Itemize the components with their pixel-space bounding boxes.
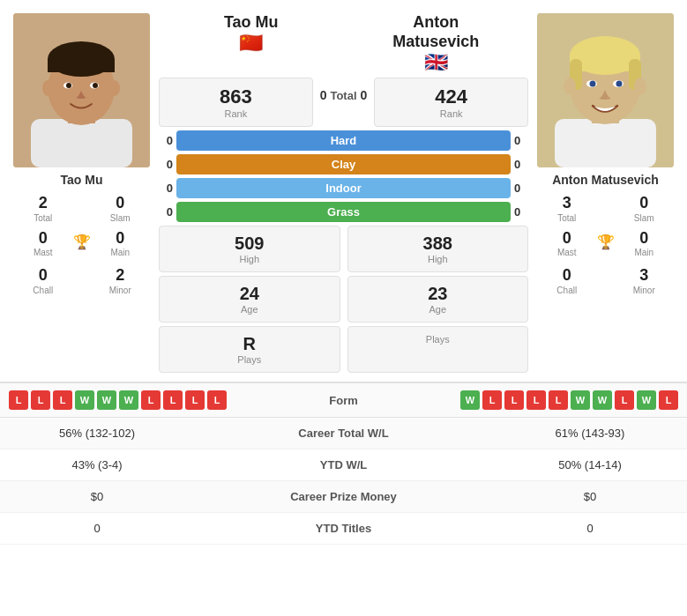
right-form-3: L (526, 390, 546, 410)
left-form-9: L (207, 390, 227, 410)
surface-grass-row: 0 Grass 0 (159, 202, 528, 222)
right-form-8: W (637, 390, 656, 410)
svg-point-10 (42, 80, 53, 96)
indoor-badge: Indoor (176, 178, 511, 198)
surface-rows: 0 Hard 0 0 Clay 0 0 Indoor 0 (159, 130, 528, 222)
left-form-4: W (97, 390, 116, 410)
left-rank-box: 863 Rank (159, 78, 313, 127)
form-section: L L L W W W L L L L Form W L L L L W W (0, 382, 687, 417)
svg-point-25 (634, 78, 646, 95)
svg-rect-13 (555, 119, 656, 167)
right-trophy-area: 🏆 (537, 234, 674, 250)
surface-hard-row: 0 Hard 0 (159, 130, 528, 151)
right-rank-box: 424 Rank (374, 78, 528, 127)
clay-badge: Clay (176, 154, 511, 174)
left-flag: 🇨🇳 (159, 32, 344, 55)
prize-row: $0 Career Prize Money $0 (0, 481, 687, 513)
player-photo-left (13, 13, 150, 167)
main-container: Tao Mu 2 Total 0 Slam 0 Mast 0 Mai (0, 0, 687, 545)
left-form-5: W (119, 390, 138, 410)
svg-point-8 (66, 83, 71, 88)
grass-badge: Grass (176, 202, 511, 222)
svg-rect-1 (31, 119, 132, 167)
player-right: Anton Matusevich 3 Total 0 Slam 0 Mast 0… (533, 0, 687, 296)
stats-rows: 56% (132-102) Career Total W/L 61% (143-… (0, 417, 687, 545)
svg-point-22 (590, 81, 596, 87)
career-wl-row: 56% (132-102) Career Total W/L 61% (143-… (0, 418, 687, 449)
right-total-stat: 3 Total (537, 194, 597, 224)
left-age-box: 24 Age (159, 276, 340, 323)
left-form-2: L (53, 390, 72, 410)
right-form-9: L (659, 390, 678, 410)
trophy-icon-left: 🏆 (73, 234, 91, 250)
right-form-badges: W L L L L W W L W L (460, 390, 678, 410)
total-scores: 0 Total 0 (320, 78, 368, 102)
right-slam-stat: 0 Slam (615, 194, 675, 224)
ytd-wl-row: 43% (3-4) YTD W/L 50% (14-14) (0, 449, 687, 481)
right-age-box: 23 Age (347, 276, 529, 323)
right-flag: 🇬🇧 (344, 51, 529, 74)
svg-point-11 (109, 80, 120, 96)
svg-point-23 (616, 81, 623, 87)
left-plays-box: R Plays (159, 326, 340, 373)
right-form-0: W (460, 390, 480, 410)
secondary-stats-row: 509 High 388 High (159, 226, 528, 272)
form-label: Form (309, 394, 379, 407)
right-plays-box: Plays (347, 326, 529, 373)
left-slam-stat: 0 Slam (91, 194, 151, 224)
right-form-2: L (504, 390, 524, 410)
left-chall-stat: 0 Chall (13, 266, 73, 296)
left-form-badges: L L L W W W L L L L (9, 390, 227, 410)
center-column: Tao Mu 🇨🇳 AntonMatusevich 🇬🇧 863 Rank 0 (154, 0, 533, 373)
svg-rect-5 (48, 59, 115, 72)
player-left: Tao Mu 2 Total 0 Slam 0 Mast 0 Mai (0, 0, 154, 296)
left-minor-stat: 2 Minor (91, 266, 151, 296)
right-minor-stat: 3 Minor (615, 266, 675, 296)
svg-point-24 (564, 78, 576, 95)
player-photo-right (537, 13, 674, 167)
left-form-8: L (185, 390, 205, 410)
surface-indoor-row: 0 Indoor 0 (159, 178, 528, 198)
left-total-stat: 2 Total (13, 194, 73, 224)
ytd-titles-row: 0 YTD Titles 0 (0, 513, 687, 545)
hard-badge: Hard (176, 130, 511, 151)
right-form-1: L (482, 390, 502, 410)
left-form-7: L (163, 390, 183, 410)
trophy-icon-right: 🏆 (597, 234, 615, 250)
players-wrapper: Tao Mu 2 Total 0 Slam 0 Mast 0 Mai (0, 0, 687, 373)
right-form-5: W (571, 390, 590, 410)
right-chall-stat: 0 Chall (537, 266, 597, 296)
left-form-6: L (141, 390, 161, 410)
right-form-6: W (593, 390, 612, 410)
left-form-1: L (31, 390, 50, 410)
surface-clay-row: 0 Clay 0 (159, 154, 528, 174)
age-row: 24 Age 23 Age (159, 276, 528, 323)
left-form-0: L (9, 390, 28, 410)
left-high-box: 509 High (159, 226, 340, 272)
player-right-name: Anton Matusevich (552, 173, 659, 187)
left-trophy-area: 🏆 (13, 234, 150, 250)
svg-point-9 (93, 83, 98, 88)
form-row: L L L W W W L L L L Form W L L L L W W (9, 390, 678, 410)
right-form-4: L (549, 390, 568, 410)
left-form-3: W (75, 390, 94, 410)
plays-row: R Plays Plays (159, 326, 528, 373)
right-form-7: L (615, 390, 634, 410)
right-high-box: 388 High (347, 226, 529, 272)
right-player-name-top: AntonMatusevich 🇬🇧 (344, 13, 529, 74)
left-player-name-top: Tao Mu 🇨🇳 (159, 13, 344, 74)
player-left-name: Tao Mu (61, 173, 103, 187)
